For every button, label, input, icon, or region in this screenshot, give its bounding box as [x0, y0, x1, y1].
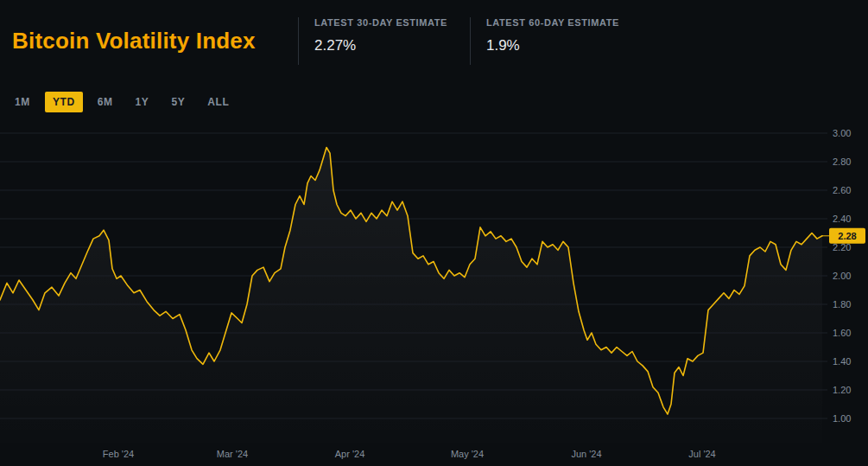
y-axis-label: 2.60 — [833, 185, 851, 195]
y-axis-label: 2.00 — [833, 271, 851, 281]
header: Bitcoin Volatility Index LATEST 30-DAY E… — [0, 0, 868, 82]
tab-1m[interactable]: 1M — [7, 92, 38, 112]
volatility-chart[interactable]: 3.002.802.602.402.202.001.801.601.401.20… — [0, 118, 868, 466]
x-axis-label: Mar '24 — [217, 449, 248, 459]
tab-ytd[interactable]: YTD — [45, 92, 83, 112]
y-axis-label: 2.80 — [833, 156, 851, 167]
y-axis-label: 1.60 — [833, 328, 851, 338]
y-axis-label: 1.40 — [833, 356, 851, 367]
y-axis-label: 1.80 — [833, 299, 851, 310]
stat-60-day-value: 1.9% — [486, 37, 619, 54]
x-axis-label: May '24 — [451, 449, 484, 459]
x-axis-label: Feb '24 — [103, 449, 134, 459]
x-axis-label: Jun '24 — [571, 449, 601, 459]
y-axis-label: 3.00 — [833, 128, 851, 138]
tab-5y[interactable]: 5Y — [163, 92, 193, 112]
tab-all[interactable]: ALL — [200, 92, 237, 112]
title-wrap: Bitcoin Volatility Index — [0, 0, 298, 82]
range-tabs: 1M YTD 6M 1Y 5Y ALL — [0, 82, 868, 117]
page-title: Bitcoin Volatility Index — [12, 28, 256, 54]
stat-60-day-label: LATEST 60-DAY ESTIMATE — [486, 17, 619, 28]
y-axis-label: 1.00 — [833, 413, 851, 424]
volatility-chart-svg[interactable]: 3.002.802.602.402.202.001.801.601.401.20… — [0, 118, 868, 466]
x-axis-label: Jul '24 — [688, 449, 715, 459]
stat-30-day-value: 2.27% — [314, 37, 447, 54]
area-fill — [0, 148, 822, 444]
y-axis-label: 2.40 — [833, 214, 851, 224]
current-value-label: 2.28 — [838, 231, 856, 241]
stat-30-day: LATEST 30-DAY ESTIMATE 2.27% — [299, 0, 470, 82]
stat-60-day: LATEST 60-DAY ESTIMATE 1.9% — [471, 0, 642, 82]
tab-6m[interactable]: 6M — [90, 92, 121, 112]
tab-1y[interactable]: 1Y — [128, 92, 157, 112]
x-axis-label: Apr '24 — [335, 449, 365, 459]
y-axis-label: 1.20 — [833, 385, 851, 395]
stat-30-day-label: LATEST 30-DAY ESTIMATE — [314, 17, 447, 28]
